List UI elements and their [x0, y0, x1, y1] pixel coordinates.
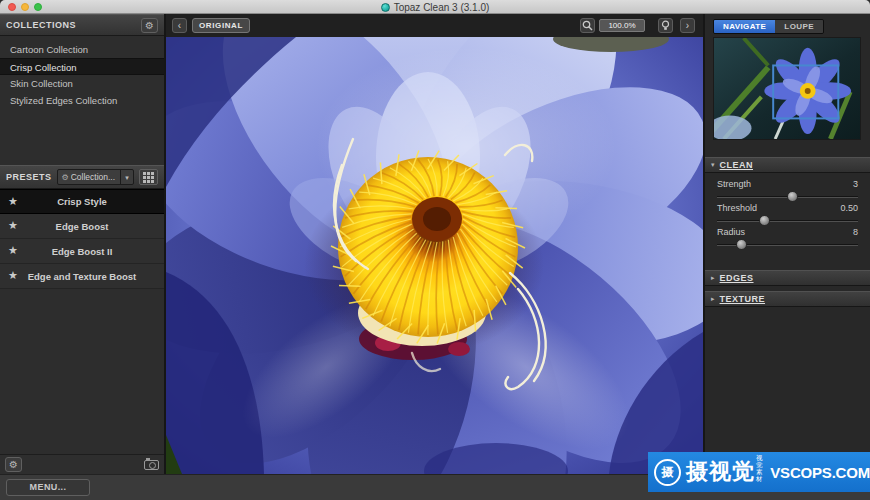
forward-button[interactable]: ›: [680, 18, 695, 33]
preset-gear-icon[interactable]: ⚙: [5, 457, 22, 472]
strength-slider: Strength 3: [705, 176, 870, 200]
dropdown-selected-value: Collection...: [71, 172, 120, 182]
right-sidebar: NAVIGATE LOUPE: [703, 14, 870, 474]
canvas-image[interactable]: [166, 37, 703, 474]
radius-value: 8: [853, 227, 858, 237]
star-icon[interactable]: ★: [8, 244, 18, 257]
titlebar: Topaz Clean 3 (3.1.0): [0, 0, 870, 14]
presets-list: ★ Crisp Style ★ Edge Boost ★ Edge Boost …: [0, 189, 164, 289]
app-icon: [381, 3, 390, 12]
tab-navigate[interactable]: NAVIGATE: [714, 20, 775, 33]
watermark-banner: 摄 摄视觉 视觉 素材 VSCOPS.COM: [648, 452, 870, 492]
threshold-slider: Threshold 0.50: [705, 200, 870, 224]
strength-value: 3: [853, 179, 858, 189]
star-icon[interactable]: ★: [8, 219, 18, 232]
presets-header: PRESETS ⚙ Collection... ▾: [0, 165, 164, 189]
expand-arrow-icon: ▸: [711, 274, 715, 282]
collection-item-stylized-edges[interactable]: Stylized Edges Collection: [0, 92, 164, 109]
bulb-icon[interactable]: [658, 18, 673, 33]
section-texture[interactable]: ▸ TEXTURE: [705, 291, 870, 307]
presets-footer-toolbar: ⚙: [0, 454, 164, 474]
original-button[interactable]: ORIGINAL: [192, 18, 250, 33]
preset-edge-boost[interactable]: ★ Edge Boost: [0, 214, 164, 239]
collapse-arrow-icon: ▾: [711, 161, 715, 169]
preset-edge-and-texture-boost[interactable]: ★ Edge and Texture Boost: [0, 264, 164, 289]
collection-item-cartoon[interactable]: Cartoon Collection: [0, 41, 164, 58]
threshold-value: 0.50: [840, 203, 858, 213]
navigator-thumbnail[interactable]: [713, 37, 861, 140]
radius-handle[interactable]: [736, 239, 747, 250]
zoom-level-field[interactable]: 100.0%: [599, 19, 645, 32]
collection-dropdown[interactable]: ⚙ Collection... ▾: [57, 169, 134, 185]
threshold-track[interactable]: [717, 220, 858, 222]
window-title: Topaz Clean 3 (3.1.0): [394, 2, 490, 13]
watermark-small-text: 视觉 素材: [756, 454, 767, 482]
app-window: Topaz Clean 3 (3.1.0) COLLECTIONS ⚙ Cart…: [0, 0, 870, 500]
presets-title: PRESETS: [6, 172, 52, 182]
back-button[interactable]: ‹: [172, 18, 187, 33]
star-icon[interactable]: ★: [8, 195, 18, 208]
snapshot-camera-icon[interactable]: [144, 460, 159, 470]
grid-view-icon[interactable]: [139, 169, 158, 185]
strength-label: Strength: [717, 179, 751, 189]
radius-label: Radius: [717, 227, 745, 237]
menu-button[interactable]: MENU...: [6, 479, 90, 496]
magnifier-icon[interactable]: [580, 18, 595, 33]
radius-slider: Radius 8: [705, 224, 870, 248]
center-area: ‹ ORIGINAL 100.0% ›: [166, 14, 703, 474]
section-edges[interactable]: ▸ EDGES: [705, 270, 870, 286]
watermark-brand: 摄视觉: [686, 457, 755, 487]
expand-arrow-icon: ▸: [711, 295, 715, 303]
tab-loupe[interactable]: LOUPE: [775, 20, 823, 33]
dropdown-gear-icon: ⚙: [58, 173, 71, 182]
collection-item-skin[interactable]: Skin Collection: [0, 75, 164, 92]
clean-sliders: Strength 3 Threshold 0.50 Radius 8: [705, 176, 870, 248]
star-icon[interactable]: ★: [8, 269, 18, 282]
collections-gear-icon[interactable]: ⚙: [141, 18, 158, 33]
threshold-label: Threshold: [717, 203, 757, 213]
collections-header: COLLECTIONS ⚙: [0, 14, 164, 36]
chevron-down-icon: ▾: [120, 170, 133, 184]
watermark-site: VSCOPS.COM: [770, 464, 870, 481]
canvas-toolbar: ‹ ORIGINAL 100.0% ›: [166, 14, 703, 37]
section-clean[interactable]: ▾ CLEAN: [705, 157, 870, 173]
preset-crisp-style[interactable]: ★ Crisp Style: [0, 189, 164, 214]
left-sidebar: COLLECTIONS ⚙ Cartoon Collection Crisp C…: [0, 14, 166, 474]
watermark-aperture-logo-icon: 摄: [654, 459, 681, 486]
collections-title: COLLECTIONS: [6, 20, 76, 30]
collection-item-crisp[interactable]: Crisp Collection: [0, 58, 164, 75]
preset-edge-boost-ii[interactable]: ★ Edge Boost II: [0, 239, 164, 264]
preview-tabs: NAVIGATE LOUPE: [713, 19, 824, 34]
